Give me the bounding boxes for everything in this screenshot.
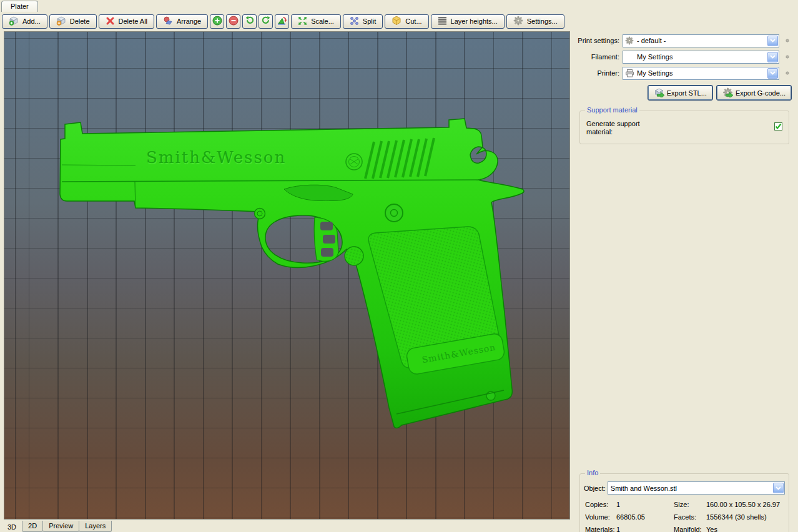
delete-button-label: Delete bbox=[70, 17, 90, 25]
printer-row: Printer: My Settings bbox=[574, 66, 793, 80]
add-box-icon bbox=[9, 16, 19, 27]
gear-icon bbox=[513, 16, 523, 27]
printer-value: My Settings bbox=[635, 69, 767, 77]
delete-box-icon bbox=[56, 16, 66, 27]
printer-gear-button[interactable] bbox=[782, 67, 793, 79]
layer-heights-button[interactable]: Layer heights... bbox=[431, 14, 505, 29]
view-tab-layers[interactable]: Layers bbox=[79, 521, 112, 532]
view-tab-3d[interactable]: 3D bbox=[1, 521, 22, 532]
generate-support-checkbox[interactable] bbox=[774, 122, 782, 131]
printer-dropdown-arrow[interactable] bbox=[767, 68, 778, 79]
delete-button[interactable]: Delete bbox=[49, 14, 97, 29]
scale-button[interactable]: Scale... bbox=[291, 14, 341, 29]
print-settings-combo[interactable]: - default - bbox=[623, 34, 779, 47]
scale-button-label: Scale... bbox=[311, 17, 334, 25]
filament-value: My Settings bbox=[635, 53, 767, 61]
decrease-copies-button[interactable] bbox=[226, 14, 240, 29]
add-button[interactable]: Add... bbox=[2, 14, 47, 29]
filament-combo[interactable]: My Settings bbox=[623, 51, 779, 64]
generate-support-row: Generate support material: bbox=[586, 120, 782, 136]
mag-release-button bbox=[345, 247, 363, 265]
print-settings-row: Print settings: - default - bbox=[574, 34, 793, 47]
printer-label: Printer: bbox=[574, 69, 619, 77]
support-material-group: Support material Generate support materi… bbox=[579, 111, 789, 144]
cut-cube-icon bbox=[392, 16, 401, 27]
info-stat-value: Yes bbox=[706, 526, 785, 532]
delete-all-button-label: Delete All bbox=[119, 17, 147, 25]
model-smith-and-wesson[interactable]: Smith&Wesson Smith&Wesson Smith&Wesson bbox=[4, 32, 569, 519]
info-stat-label: Size: bbox=[674, 501, 706, 508]
object-row: Object: Smith and Wesson.stl bbox=[584, 481, 785, 495]
rotate-angle-icon bbox=[277, 16, 287, 27]
object-stats: Copies: 1 Size: 160.00 x 105.50 x 26.97 … bbox=[585, 501, 785, 532]
split-dots-icon bbox=[350, 16, 359, 27]
export-stl-icon bbox=[654, 87, 664, 99]
delete-all-button[interactable]: Delete All bbox=[99, 14, 154, 29]
print-settings-gear-button[interactable] bbox=[782, 35, 793, 46]
view-tab-preview[interactable]: Preview bbox=[42, 521, 79, 532]
info-stat-value: 1 bbox=[616, 501, 674, 508]
preset-gear-icon bbox=[624, 36, 635, 45]
rotate-ccw-button[interactable] bbox=[242, 14, 257, 29]
rotate-cw-icon bbox=[261, 16, 271, 27]
increase-copies-button[interactable] bbox=[210, 14, 224, 29]
filament-dropdown-arrow[interactable] bbox=[767, 52, 778, 62]
rotate-custom-button[interactable] bbox=[275, 14, 289, 29]
object-combo[interactable]: Smith and Wesson.stl bbox=[608, 481, 785, 495]
rotate-ccw-icon bbox=[245, 16, 255, 27]
tab-plater[interactable]: Plater bbox=[1, 1, 38, 12]
main-tab-strip: Plater bbox=[0, 0, 798, 12]
view-tab-preview-label: Preview bbox=[49, 522, 73, 530]
export-stl-button[interactable]: Export STL... bbox=[648, 85, 713, 101]
scale-arrows-icon bbox=[298, 16, 307, 27]
info-stat-label: Volume: bbox=[585, 513, 616, 521]
layer-heights-button-label: Layer heights... bbox=[451, 17, 498, 25]
printer-combo[interactable]: My Settings bbox=[623, 67, 779, 80]
info-stat-label: Copies: bbox=[585, 501, 616, 508]
settings-panel: Print settings: - default - Filament: My… bbox=[574, 31, 798, 532]
cut-button[interactable]: Cut... bbox=[385, 14, 428, 29]
info-stat-value: 1556344 (30 shells) bbox=[706, 513, 785, 521]
grip-medallion bbox=[385, 204, 403, 222]
arrange-button-label: Arrange bbox=[177, 17, 201, 25]
split-button-label: Split bbox=[363, 17, 376, 25]
3d-viewport[interactable]: Smith&Wesson Smith&Wesson Smith&Wesson bbox=[4, 31, 570, 520]
export-gcode-button[interactable]: Export G-code... bbox=[716, 85, 792, 101]
arrange-button[interactable]: Arrange bbox=[156, 14, 208, 29]
export-gcode-label: Export G-code... bbox=[736, 89, 786, 97]
filament-row: Filament: My Settings bbox=[574, 50, 793, 64]
add-button-label: Add... bbox=[22, 17, 41, 25]
export-gcode-icon bbox=[722, 87, 733, 99]
arrange-cubes-icon bbox=[163, 16, 173, 27]
view-tab-2d[interactable]: 2D bbox=[22, 521, 43, 532]
tab-plater-label: Plater bbox=[11, 2, 29, 10]
support-material-title: Support material bbox=[585, 106, 639, 114]
view-tab-3d-label: 3D bbox=[7, 523, 16, 531]
object-label: Object: bbox=[584, 485, 606, 492]
red-cross-icon bbox=[106, 16, 115, 27]
filament-label: Filament: bbox=[574, 53, 619, 61]
plater-toolbar: Add... Delete Delete All Arrange Scale..… bbox=[0, 12, 798, 31]
object-dropdown-arrow[interactable] bbox=[773, 483, 784, 493]
print-settings-dropdown-arrow[interactable] bbox=[767, 36, 778, 46]
print-settings-label: Print settings: bbox=[574, 37, 619, 44]
check-icon bbox=[775, 123, 782, 130]
cut-button-label: Cut... bbox=[405, 17, 421, 25]
info-stat-label: Facets: bbox=[674, 513, 706, 521]
rotate-cw-button[interactable] bbox=[259, 14, 273, 29]
slide-engraving-text: Smith&Wesson bbox=[146, 148, 286, 167]
printer-icon bbox=[624, 69, 635, 77]
minus-circle-icon bbox=[229, 16, 239, 27]
view-tab-layers-label: Layers bbox=[85, 522, 106, 530]
view-tab-bar: 3D 2D Preview Layers bbox=[0, 521, 571, 532]
info-title: Info bbox=[585, 469, 600, 476]
generate-support-label: Generate support material: bbox=[586, 120, 640, 136]
filament-gear-button[interactable] bbox=[782, 51, 793, 62]
slide-stop-pin bbox=[255, 209, 265, 219]
plus-circle-icon bbox=[212, 16, 222, 27]
settings-button-label: Settings... bbox=[527, 17, 558, 25]
split-button[interactable]: Split bbox=[343, 14, 383, 29]
info-stat-value: 160.00 x 105.50 x 26.97 bbox=[706, 501, 785, 508]
settings-button[interactable]: Settings... bbox=[506, 14, 564, 29]
info-stat-label: Manifold: bbox=[674, 526, 706, 532]
